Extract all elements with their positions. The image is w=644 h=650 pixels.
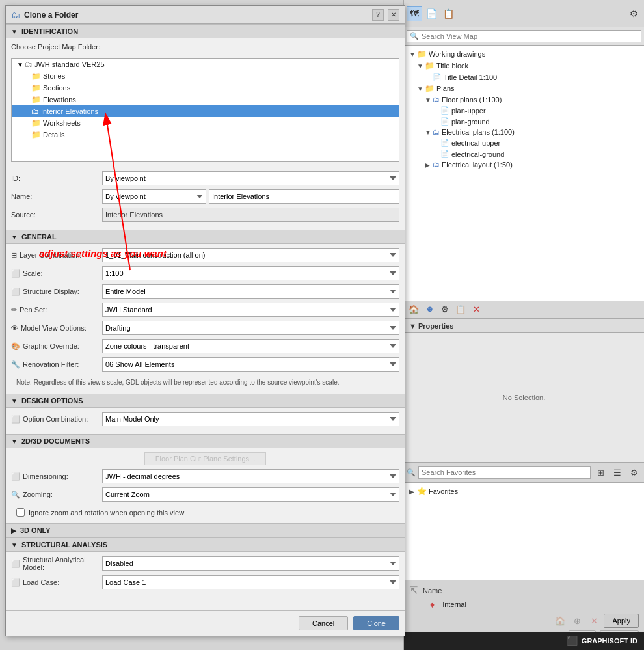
scale-label: ⬜ Scale: (11, 269, 102, 278)
pen-set-label: ✏ Pen Set: (11, 306, 102, 314)
bottom-add-btn[interactable]: 🏠 (553, 614, 567, 628)
section-design-options[interactable]: ▼ DESIGN OPTIONS (6, 394, 405, 408)
model-view-row: 👁 Model View Options: Drafting (11, 321, 399, 335)
dialog-icon: 🗂 (11, 10, 20, 20)
expand-arrow: ▼ (425, 96, 433, 103)
id-select[interactable]: By viewpoint (102, 171, 399, 185)
structure-display-select[interactable]: Entire Model (102, 284, 399, 299)
bottom-place-btn[interactable]: ⊕ (570, 614, 584, 628)
view-map-btn[interactable]: 🗺 (407, 6, 422, 21)
load-case-select[interactable]: Load Case 1 (102, 575, 399, 589)
zooming-select[interactable]: Current Zoom (102, 487, 399, 502)
zooming-label: 🔍 Zooming: (11, 491, 102, 499)
bottom-bar: ⇱ Name ♦ Internal 🏠 ⊕ ✕ Apply OK Cancel (404, 580, 644, 632)
layer-combination-select[interactable]: 1_01_Main construction (all on) (102, 248, 399, 262)
section-arrow-icon: ▼ (11, 541, 18, 548)
tree-item-label: Title block (436, 62, 468, 70)
publisher-btn[interactable]: 📋 (440, 6, 456, 21)
list-item[interactable]: ▼ 📁 Title block (404, 60, 644, 72)
tree-root-item[interactable]: ▼ 🗂 JWH standard VER25 (12, 59, 399, 70)
tree-stories-item[interactable]: ▶ 📁 Stories (12, 70, 399, 82)
settings-btn[interactable]: ⚙ (626, 6, 641, 21)
section-identification[interactable]: ▼ IDENTIFICATION (6, 24, 405, 38)
layout-btn[interactable]: 📄 (423, 6, 439, 21)
folder-tree[interactable]: ▼ 🗂 JWH standard VER25 ▶ 📁 Stories ▶ 📁 S… (11, 58, 399, 162)
renovation-filter-row: 🔧 Renovation Filter: 06 Show All Element… (11, 357, 399, 372)
list-item[interactable]: ▼ 📁 Working drawings (404, 48, 644, 60)
tree-item-label: Elevations (43, 96, 76, 103)
add-view-btn[interactable]: 🏠 (407, 303, 421, 317)
bottom-delete-btn[interactable]: ✕ (587, 614, 601, 628)
tree-worksheets-item[interactable]: ▶ 📁 Worksheets (12, 117, 399, 129)
section-label: 3D ONLY (20, 526, 51, 534)
layer-combination-row: ⊞ Layer Combination: 1_01_Main construct… (11, 248, 399, 262)
tree-item-label: Title Detail 1:100 (444, 74, 497, 81)
folder-prompt: Choose Project Map Folder: (6, 38, 405, 53)
search-favorites-input[interactable] (418, 466, 591, 479)
section-arrow-icon: ▼ (11, 234, 18, 241)
structural-model-select[interactable]: Disabled (102, 556, 399, 571)
renovation-filter-select[interactable]: 06 Show All Elements (102, 357, 399, 372)
fav-settings-btn[interactable]: ⚙ (627, 465, 641, 480)
list-item[interactable]: ▼ 🗂 Floor plans (1:100) (404, 94, 644, 105)
floor-plan-cut-plane-btn[interactable]: Floor Plan Cut Plane Settings... (144, 452, 266, 465)
tree-elevations-item[interactable]: ▶ 📁 Elevations (12, 94, 399, 105)
name-input[interactable] (209, 189, 399, 204)
list-item[interactable]: ▼ 🗂 Electrical plans (1:100) (404, 127, 644, 137)
structural-model-row: ⬜ Structural Analytical Model: Disabled (11, 556, 399, 571)
dimensioning-label: ⬜ Dimensioning: (11, 472, 102, 481)
documents-2d3d-form: Floor Plan Cut Plane Settings... ⬜ Dimen… (6, 448, 405, 523)
model-view-select[interactable]: Drafting (102, 321, 399, 335)
fav-list-btn[interactable]: ☰ (610, 465, 624, 480)
add-set-btn[interactable]: ⊕ (422, 303, 436, 317)
view-icon: 📄 (440, 139, 449, 147)
list-item[interactable]: ▶ 📄 electrical-ground (404, 148, 644, 159)
clone-button[interactable]: Clone (353, 616, 399, 630)
close-button[interactable]: ✕ (388, 9, 399, 21)
zoom-checkbox[interactable] (16, 508, 25, 517)
view-icon: 📄 (440, 106, 449, 115)
list-item[interactable]: ▶ 📄 plan-ground (404, 116, 644, 127)
option-combination-select[interactable]: Main Model Only (102, 412, 399, 426)
section-structural[interactable]: ▼ STRUCTURAL ANALYSIS (6, 537, 405, 552)
settings2-btn[interactable]: ⚙ (438, 303, 452, 317)
expand-arrow: ▶ (409, 488, 417, 495)
scale-select[interactable]: 1:100 (102, 266, 399, 280)
search-view-map-input[interactable] (422, 33, 638, 40)
tree-details-item[interactable]: ▶ 📁 Details (12, 129, 399, 141)
zooming-icon: 🔍 (11, 491, 20, 499)
structure-display-label: ⬜ Structure Display: (11, 288, 102, 296)
tree-sections-item[interactable]: ▶ 📁 Sections (12, 82, 399, 94)
fav-grid-btn[interactable]: ⊞ (593, 465, 608, 480)
dimensioning-select[interactable]: JWH - decimal degrees (102, 469, 399, 483)
tree-interior-item[interactable]: ▶ 🗂 Interior Elevations (12, 105, 399, 117)
list-item[interactable]: ▶ 🗂 Electrical layout (1:50) (404, 159, 644, 170)
list-item[interactable]: ▶ 📄 plan-upper (404, 105, 644, 116)
section-general[interactable]: ▼ GENERAL (6, 230, 405, 244)
search-icon: 🔍 (410, 32, 419, 40)
internal-value: Internal (442, 601, 466, 608)
apply-button[interactable]: Apply (604, 614, 639, 628)
delete-btn[interactable]: ✕ (469, 303, 483, 317)
list-item[interactable]: ▶ 📄 Title Detail 1:100 (404, 72, 644, 83)
list-item[interactable]: ▶ 📄 electrical-upper (404, 137, 644, 148)
graphic-override-row: 🎨 Graphic Override: Zone colours - trans… (11, 339, 399, 353)
dialog-body: ▼ IDENTIFICATION Choose Project Map Fold… (6, 24, 405, 610)
option-icon: ⬜ (11, 415, 20, 424)
list-item[interactable]: ▶ ⭐ Favorites (407, 485, 641, 497)
load-case-icon: ⬜ (11, 578, 20, 587)
section-2d3d-documents[interactable]: ▼ 2D/3D DOCUMENTS (6, 434, 405, 448)
graphisoft-bar: ⬛ GRAPHISOFT ID (404, 632, 644, 650)
layout2-btn[interactable]: 📋 (453, 303, 468, 317)
favorites-tree: ▶ ⭐ Favorites (404, 483, 644, 580)
graphic-override-select[interactable]: Zone colours - transparent (102, 339, 399, 353)
expand-arrow: ▼ (425, 129, 433, 136)
name-select[interactable]: By viewpoint (102, 189, 206, 204)
tree-item-label: electrical-upper (451, 139, 500, 147)
cancel-dialog-button[interactable]: Cancel (299, 616, 348, 630)
pen-set-select[interactable]: JWH Standard (102, 303, 399, 317)
section-3d-only[interactable]: ▶ 3D ONLY (6, 523, 405, 537)
list-item[interactable]: ▼ 📁 Plans (404, 83, 644, 94)
tree-item-label: Sections (43, 84, 70, 92)
help-button[interactable]: ? (372, 9, 384, 21)
